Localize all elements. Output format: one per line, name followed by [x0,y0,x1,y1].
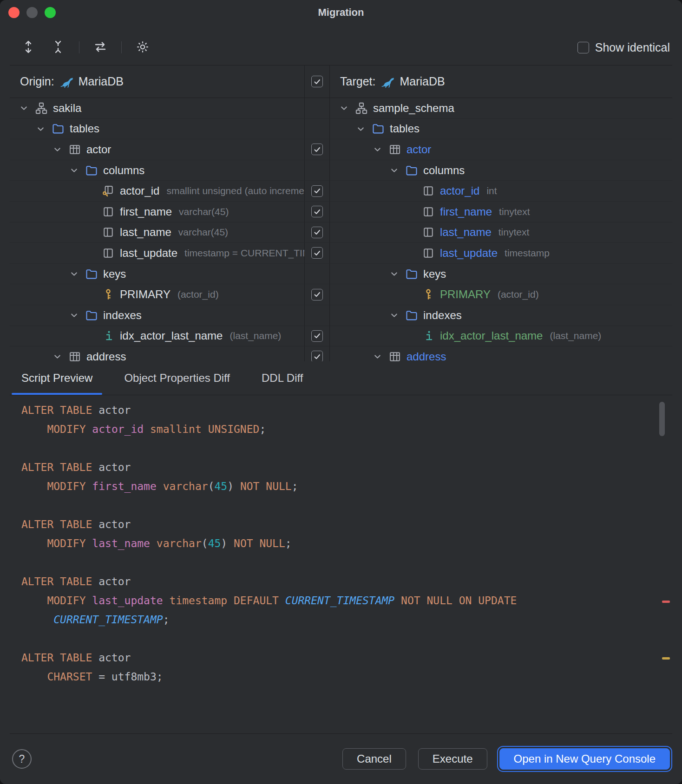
target-node-first_name[interactable]: first_nametinytext [330,202,672,222]
collapse-all-button[interactable] [49,39,67,56]
chevron-down-icon[interactable] [68,268,85,280]
folder-icon [372,122,385,135]
show-identical-checkbox[interactable] [577,42,589,53]
origin-node-columns[interactable]: columns [10,160,304,181]
node-label: actor_id [440,184,479,197]
open-in-new-query-console-button[interactable]: Open in New Query Console [499,748,670,770]
row-checkbox[interactable] [311,247,323,259]
row-checkbox[interactable] [311,351,323,361]
tree-body: sakilasample_schematablestablesactoracto… [10,98,672,361]
code-line [21,496,650,515]
target-node-actor_id[interactable]: actor_idint [330,181,672,202]
tab-ddl-diff[interactable]: DDL Diff [250,361,315,395]
tab-object-properties-diff[interactable]: Object Properties Diff [112,361,242,395]
execute-button[interactable]: Execute [418,748,487,770]
origin-node-tables[interactable]: tables [10,119,304,140]
origin-node-actor_id[interactable]: actor_idsmallint unsigned (auto increme [10,181,304,202]
target-node-address[interactable]: address [330,346,672,361]
target-label: Target: [340,75,375,88]
row-checkbox[interactable] [311,227,323,238]
origin-node-keys[interactable]: keys [10,264,304,285]
titlebar: Migration [0,0,682,25]
sync-button[interactable] [92,39,109,56]
origin-node-last_name[interactable]: last_namevarchar(45) [10,222,304,243]
origin-node-indexes[interactable]: indexes [10,305,304,326]
error-stripe-red-mark[interactable] [662,601,670,603]
node-hint: timestamp [505,248,550,259]
origin-node-actor[interactable]: actor [10,139,304,160]
index-icon [422,329,435,342]
origin-node-sakila[interactable]: sakila [10,98,304,119]
origin-node-idx_actor_last_name[interactable]: idx_actor_last_name(last_name) [10,326,304,347]
target-node-idx_actor_last_name[interactable]: idx_actor_last_name(last_name) [330,326,672,347]
chevron-down-icon[interactable] [388,309,405,321]
close-window-button[interactable] [8,7,20,18]
window-controls [8,0,56,25]
row-checkbox[interactable] [311,144,323,155]
target-node-keys[interactable]: keys [330,264,672,285]
chevron-down-icon[interactable] [52,144,68,156]
row-check-cell [304,264,330,285]
chevron-down-icon[interactable] [388,268,405,280]
folder-icon [405,164,418,177]
target-node-last_update[interactable]: last_updatetimestamp [330,243,672,264]
tab-script-preview[interactable]: Script Preview [10,361,104,395]
node-label: first_name [440,205,492,218]
origin-node-address[interactable]: address [10,346,304,361]
code-area: ALTER TABLE actor MODIFY actor_id smalli… [21,401,650,686]
node-hint: (last_name) [230,330,281,341]
target-node-sample_schema[interactable]: sample_schema [330,98,672,119]
row-checkbox[interactable] [311,289,323,301]
help-button[interactable]: ? [12,749,32,769]
chevron-down-icon[interactable] [372,351,388,361]
toolbar-separator [121,41,122,53]
footer: ? Cancel Execute Open in New Query Conso… [0,734,682,784]
select-all-checkbox[interactable] [311,76,323,87]
chevron-down-icon[interactable] [388,164,405,176]
toolbar: Show identical [20,34,670,60]
target-node-actor[interactable]: actor [330,139,672,160]
node-hint: smallint unsigned (auto increme [166,185,304,196]
chevron-down-icon[interactable] [35,123,52,135]
diff-tree: Origin: MariaDB Target: MariaDB sakilasa… [10,65,672,361]
origin-node-PRIMARY[interactable]: PRIMARY(actor_id) [10,284,304,305]
chevron-down-icon[interactable] [68,164,85,176]
chevron-down-icon[interactable] [372,144,388,156]
node-hint: tinytext [499,206,530,217]
node-label: address [86,350,126,361]
show-identical-toggle[interactable]: Show identical [577,41,670,54]
origin-node-first_name[interactable]: first_namevarchar(45) [10,202,304,222]
chevron-down-icon[interactable] [68,309,85,321]
code-line: ALTER TABLE actor [21,458,650,477]
chevron-down-icon[interactable] [52,351,68,361]
row-checkbox[interactable] [311,185,323,197]
select-all-cell [304,65,330,98]
cancel-button[interactable]: Cancel [342,748,406,770]
chevron-down-icon[interactable] [338,102,355,114]
row-checkbox[interactable] [311,206,323,217]
target-node-last_name[interactable]: last_nametinytext [330,222,672,243]
chevron-down-icon[interactable] [355,123,372,135]
origin-node-last_update[interactable]: last_updatetimestamp = CURRENT_TIM [10,243,304,264]
row-checkbox[interactable] [311,330,323,342]
row-check-cell [304,222,330,243]
error-stripe-yellow-mark[interactable] [662,657,670,660]
node-label: tables [70,122,99,135]
target-node-columns[interactable]: columns [330,160,672,181]
toolbar-icons [20,39,151,56]
expand-all-button[interactable] [20,39,37,56]
target-node-indexes[interactable]: indexes [330,305,672,326]
zoom-window-button[interactable] [45,7,56,18]
code-line: ALTER TABLE actor [21,648,650,667]
target-node-tables[interactable]: tables [330,119,672,140]
chevron-down-icon[interactable] [18,102,35,114]
script-preview-editor[interactable]: ALTER TABLE actor MODIFY actor_id smalli… [10,395,672,734]
minimize-window-button[interactable] [26,7,38,18]
editor-scrollbar-thumb[interactable] [659,402,665,436]
settings-button[interactable] [134,39,151,56]
target-node-PRIMARY[interactable]: PRIMARY(actor_id) [330,284,672,305]
node-label: idx_actor_last_name [440,329,543,342]
target-db-name: MariaDB [400,75,445,88]
node-hint: varchar(45) [179,206,229,217]
code-line [21,439,650,458]
